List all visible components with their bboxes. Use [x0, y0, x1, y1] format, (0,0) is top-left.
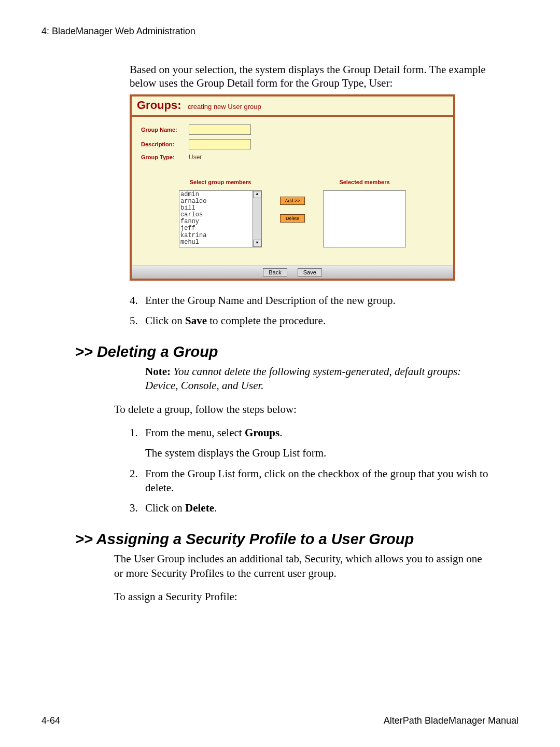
groups-title: Groups: [137, 99, 181, 112]
note-label: Note: [145, 365, 171, 378]
group-type-label: Group Type: [141, 154, 189, 160]
selected-members-title: Selected members [323, 179, 406, 185]
manual-title: AlterPath BladeManager Manual [384, 715, 519, 726]
group-type-value: User [189, 154, 202, 161]
list-item[interactable]: admin [180, 191, 260, 198]
scrollbar[interactable]: ▲ ▼ [253, 191, 261, 247]
text-after: . [214, 502, 217, 514]
save-button[interactable]: Save [298, 268, 322, 276]
list-item: 2. From the Group List form, click on th… [130, 467, 493, 495]
sub-text: The system displays the Group List form. [145, 446, 493, 460]
back-button[interactable]: Back [263, 268, 287, 276]
page-number: 4-64 [41, 715, 60, 726]
group-name-label: Group Name: [141, 127, 189, 133]
steps-list-b: 1. From the menu, select Groups. The sys… [130, 426, 493, 515]
step-number: 4. [130, 294, 145, 308]
step-number: 5. [130, 314, 145, 328]
select-members-title: Select group members [179, 179, 262, 185]
step-number: 2. [130, 467, 145, 495]
list-item[interactable]: arnaldo [180, 198, 260, 205]
text-after: to complete the procedure. [207, 314, 326, 327]
group-name-input[interactable] [189, 125, 251, 135]
chapter-header: 4: BladeManager Web Administration [41, 26, 519, 37]
delete-button[interactable]: Delete [280, 214, 305, 223]
description-label: Description: [141, 141, 189, 147]
heading-deleting-group: >> Deleting a Group [75, 343, 519, 361]
add-button[interactable]: Add >> [280, 197, 305, 205]
page-footer: 4-64 AlterPath BladeManager Manual [41, 715, 519, 726]
text-before: From the menu, select [145, 426, 245, 439]
text-after: . [279, 426, 282, 439]
scroll-up-icon[interactable]: ▲ [253, 191, 261, 198]
step-text: Enter the Group Name and Description of … [145, 294, 493, 308]
assign-paragraph-1: The User Group includes an additional ta… [114, 552, 493, 580]
delete-intro: To delete a group, follow the steps belo… [114, 403, 493, 417]
screenshot-titlebar: Groups: creating new User group [132, 96, 453, 115]
text-before: Click on [145, 502, 185, 514]
text-bold: Save [185, 314, 207, 327]
select-members-column: Select group members admin arnaldo bill … [179, 179, 262, 247]
note-text: You cannot delete the following system-g… [145, 365, 461, 392]
steps-list-a: 4. Enter the Group Name and Description … [130, 294, 493, 328]
list-item: 3. Click on Delete. [130, 501, 493, 515]
list-item[interactable]: jeff [180, 225, 260, 232]
selected-members-column: Selected members [323, 179, 406, 247]
step-number: 1. [130, 426, 145, 461]
heading-assigning-profile: >> Assigning a Security Profile to a Use… [75, 531, 519, 548]
text-bold: Delete [185, 502, 214, 514]
intro-paragraph: Based on your selection, the system disp… [130, 63, 493, 90]
scroll-down-icon[interactable]: ▼ [253, 240, 261, 247]
list-item: 1. From the menu, select Groups. The sys… [130, 426, 493, 461]
selected-members-listbox[interactable] [323, 190, 406, 247]
select-members-listbox[interactable]: admin arnaldo bill carlos fanny jeff kat… [179, 190, 262, 247]
text-bold: Groups [245, 426, 279, 439]
list-item[interactable]: katrina [180, 232, 260, 239]
text-before: Click on [145, 314, 185, 327]
groups-subtitle: creating new User group [188, 103, 261, 110]
description-input[interactable] [189, 139, 251, 149]
step-number: 3. [130, 501, 145, 515]
step-text: Click on Delete. [145, 501, 493, 515]
list-item: 4. Enter the Group Name and Description … [130, 294, 493, 308]
group-detail-screenshot: Groups: creating new User group Group Na… [130, 94, 455, 281]
note-block: Note: You cannot delete the following sy… [145, 365, 477, 393]
transfer-buttons: Add >> Delete [280, 197, 305, 223]
assign-paragraph-2: To assign a Security Profile: [114, 590, 493, 604]
screenshot-footer: Back Save [132, 266, 453, 279]
step-text: From the menu, select Groups. The system… [145, 426, 493, 461]
list-item: 5. Click on Save to complete the procedu… [130, 314, 493, 328]
step-text: Click on Save to complete the procedure. [145, 314, 493, 328]
step-text: From the Group List form, click on the c… [145, 467, 493, 495]
list-item[interactable]: mehul [180, 239, 260, 246]
